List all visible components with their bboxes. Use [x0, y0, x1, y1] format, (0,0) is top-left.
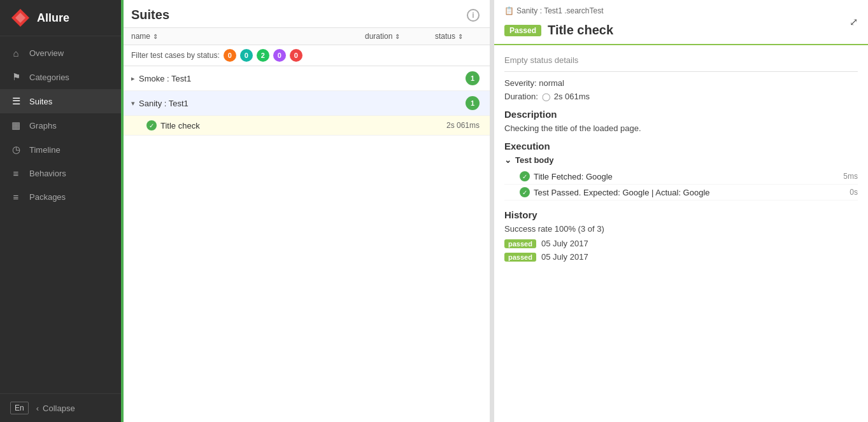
- chevron-left-icon: ‹: [36, 404, 39, 413]
- filter-label: Filter test cases by status:: [131, 51, 220, 60]
- suite-name: ▸ Smoke : Test1: [131, 74, 466, 83]
- test-body-label: Test body: [515, 155, 553, 165]
- name-label: name: [131, 32, 150, 41]
- collapse-label: Collapse: [43, 404, 75, 413]
- breadcrumb: 📋 Sanity : Test1 .searchTest: [504, 6, 613, 15]
- duration-label: duration: [365, 32, 392, 41]
- sidebar-item-label: Overview: [29, 48, 64, 58]
- history-status-badge: passed: [504, 253, 536, 262]
- sidebar-item-label: Graphs: [29, 121, 57, 130]
- suite-row[interactable]: ▸ Smoke : Test1 1: [121, 66, 490, 91]
- collapse-button[interactable]: ‹ Collapse: [36, 404, 75, 413]
- allure-logo-icon: [10, 8, 31, 28]
- step-text: Title Fetched: Google: [534, 172, 613, 181]
- sidebar-item-categories[interactable]: ⚑ Categories: [0, 65, 121, 89]
- passed-badge: Passed: [504, 25, 541, 36]
- sidebar-logo: Allure: [0, 0, 121, 36]
- filter-badge-purple[interactable]: 0: [273, 49, 286, 62]
- step-pass-icon: ✓: [520, 187, 530, 197]
- language-button[interactable]: En: [10, 402, 29, 414]
- sidebar-item-graphs[interactable]: ▦ Graphs: [0, 113, 121, 137]
- status-sort-icon: ⇕: [458, 33, 463, 40]
- severity-value: normal: [539, 78, 564, 88]
- suite-count: 1: [466, 71, 480, 85]
- sidebar-item-label: Timeline: [29, 145, 60, 155]
- sidebar-footer: En ‹ Collapse: [0, 393, 121, 422]
- clock-icon: ◯: [542, 92, 550, 101]
- suite-name-label: Sanity : Test1: [139, 99, 189, 108]
- execution-section: Execution ⌄ Test body ✓ Title Fetched: G…: [504, 141, 858, 200]
- test-body-toggle[interactable]: ⌄ Test body: [504, 155, 858, 165]
- chevron-down-icon: ⌄: [504, 155, 511, 165]
- execution-section-title: Execution: [504, 141, 858, 151]
- suite-list: ▸ Smoke : Test1 1 ▾ Sanity : Test1 1 ✓ T…: [121, 66, 490, 422]
- active-indicator: [121, 0, 124, 422]
- sidebar-item-label: Behaviors: [29, 169, 66, 178]
- duration-sort-icon: ⇕: [395, 33, 400, 40]
- severity-row: Severity: normal: [504, 78, 858, 88]
- sidebar-item-label: Suites: [29, 97, 52, 106]
- col-status-header[interactable]: status ⇕: [435, 32, 480, 41]
- step-time: 5ms: [843, 172, 858, 181]
- suites-icon: ☰: [10, 95, 22, 107]
- status-details: Empty status details: [504, 53, 858, 72]
- sidebar-item-behaviors[interactable]: ≡ Behaviors: [0, 162, 121, 185]
- suites-panel: Suites i name ⇕ duration ⇕ status ⇕ Filt…: [121, 0, 490, 422]
- graphs-icon: ▦: [10, 120, 22, 131]
- test-name-label: Title check: [160, 121, 200, 130]
- sidebar-item-timeline[interactable]: ◷ Timeline: [0, 137, 121, 162]
- filter-badge-green[interactable]: 2: [257, 49, 269, 62]
- suites-header: Suites i: [121, 0, 490, 28]
- sidebar-item-packages[interactable]: ≡ Packages: [0, 185, 121, 209]
- packages-icon: ≡: [10, 192, 22, 202]
- behaviors-icon: ≡: [10, 168, 22, 179]
- filter-badge-teal[interactable]: 0: [240, 49, 253, 62]
- sidebar-item-suites[interactable]: ☰ Suites: [0, 89, 121, 113]
- chevron-right-icon: ▸: [131, 74, 135, 83]
- description-section-title: Description: [504, 109, 858, 120]
- suite-count: 1: [466, 96, 480, 110]
- test-step-left: ✓ Title Fetched: Google: [520, 171, 613, 181]
- flag-icon: ⚑: [10, 71, 22, 83]
- severity-label: Severity:: [504, 78, 537, 88]
- step-pass-icon: ✓: [520, 171, 530, 181]
- col-duration-header[interactable]: duration ⇕: [365, 32, 435, 41]
- test-step-row: ✓ Test Passed. Expected: Google | Actual…: [504, 185, 858, 200]
- detail-panel: 📋 Sanity : Test1 .searchTest Passed Titl…: [494, 0, 868, 422]
- filter-bar: Filter test cases by status: 0 0 2 0 0: [121, 45, 490, 66]
- history-section-title: History: [504, 209, 858, 220]
- app-name: Allure: [37, 11, 69, 25]
- filter-badge-red[interactable]: 0: [290, 49, 302, 62]
- test-name: ✓ Title check: [146, 120, 446, 130]
- test-step-row: ✓ Title Fetched: Google 5ms: [504, 169, 858, 185]
- history-item: passed 05 July 2017: [504, 252, 858, 262]
- suite-row[interactable]: ▾ Sanity : Test1 1: [121, 91, 490, 116]
- history-status-badge: passed: [504, 239, 536, 248]
- sidebar-item-overview[interactable]: ⌂ Overview: [0, 41, 121, 65]
- info-icon[interactable]: i: [467, 9, 480, 22]
- detail-title-row: Passed Title check: [504, 23, 613, 38]
- table-header: name ⇕ duration ⇕ status ⇕: [121, 28, 490, 45]
- history-item: passed 05 July 2017: [504, 239, 858, 248]
- history-section: History Success rate 100% (3 of 3) passe…: [504, 209, 858, 262]
- test-step-left: ✓ Test Passed. Expected: Google | Actual…: [520, 187, 710, 197]
- test-duration: 2s 061ms: [446, 121, 480, 130]
- home-icon: ⌂: [10, 48, 22, 59]
- filter-badge-orange[interactable]: 0: [224, 49, 236, 62]
- detail-body: Empty status details Severity: normal Du…: [494, 45, 868, 273]
- step-text: Test Passed. Expected: Google | Actual: …: [534, 188, 710, 197]
- col-name-header[interactable]: name ⇕: [131, 32, 365, 41]
- test-row[interactable]: ✓ Title check 2s 061ms: [121, 116, 490, 136]
- name-sort-icon: ⇕: [153, 33, 158, 40]
- sidebar-item-label: Packages: [29, 192, 66, 202]
- history-date: 05 July 2017: [541, 239, 588, 248]
- detail-header: 📋 Sanity : Test1 .searchTest Passed Titl…: [494, 0, 868, 45]
- sidebar-item-label: Categories: [29, 73, 69, 82]
- duration-meta-value: 2s 061ms: [554, 92, 590, 101]
- sidebar-nav: ⌂ Overview ⚑ Categories ☰ Suites ▦ Graph…: [0, 36, 121, 393]
- expand-icon[interactable]: ⤢: [850, 16, 858, 28]
- sidebar: Allure ⌂ Overview ⚑ Categories ☰ Suites …: [0, 0, 121, 422]
- duration-meta-label: Duration:: [504, 92, 538, 101]
- suite-name-label: Smoke : Test1: [139, 74, 191, 83]
- history-date: 05 July 2017: [541, 252, 588, 262]
